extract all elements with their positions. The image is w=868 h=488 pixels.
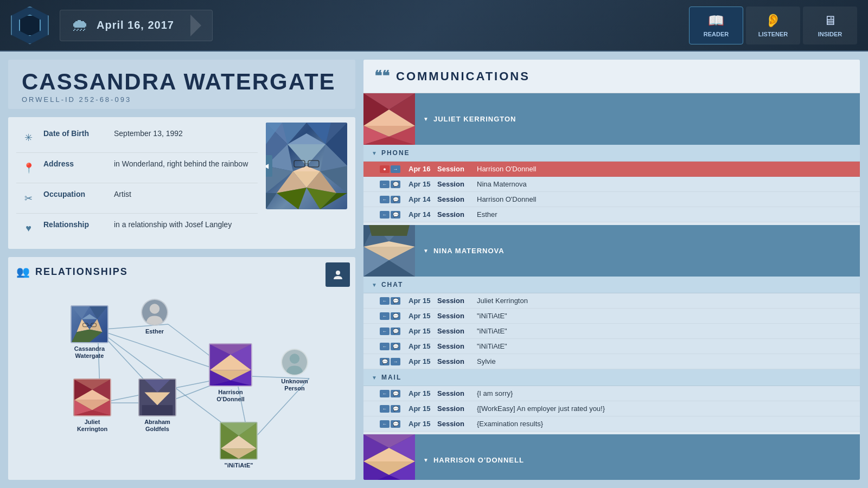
node-abraham[interactable]: AbrahamGoldfels [138,378,176,433]
nav-insider[interactable]: 🖥 Insider [803,7,857,44]
comm-session: Session [437,195,473,203]
comm-row[interactable]: ←💬 Apr 15 Session Juliet Kerrington [363,293,860,309]
msg-icon-chat: 💬 [391,390,400,397]
comm-person: "iNiTiAtE" [477,327,507,335]
svg-rect-59 [142,405,173,415]
msg-icon-red: ● [380,165,390,173]
svg-point-68 [290,354,299,363]
comm-person: Harrison O'Donnell [477,165,536,173]
listener-icon: 👂 [765,13,781,28]
person-section-juliet: ▼ JULIET KERRINGTON▼ PHONE ●→ Apr 16 Ses… [363,93,860,222]
comm-session: Session [437,342,473,350]
svg-marker-7 [288,144,326,166]
msg-icon-in: ← [380,390,390,397]
msg-icon-chat: 💬 [391,297,400,305]
nav-listener[interactable]: 👂 Listener [746,7,800,44]
person-name-bar-nina[interactable]: ▼ NINA MATERNOVA [415,225,860,277]
communications-scroll[interactable]: ▼ JULIET KERRINGTON▼ PHONE ●→ Apr 16 Ses… [363,93,860,480]
comm-person: Esther [477,210,497,219]
comm-person: Sylvie [477,357,496,365]
dob-icon: ✳ [19,128,38,147]
comm-date: Apr 15 [409,342,433,350]
main-content: CASSANDRA WATERGATE ORWELL-ID 252-68-093… [0,52,868,488]
app-logo[interactable] [11,7,49,44]
node-harrison-label: HarrisonO'Donnell [216,389,245,403]
node-cassandra-label: CassandraWatergate [74,345,105,359]
comm-person: "iNiTiAtE" [477,342,507,350]
node-cassandra[interactable]: CassandraWatergate [71,305,108,359]
sub-collapse-arrow: ▼ [372,150,377,156]
node-juliet[interactable]: JulietKerrington [73,378,111,433]
node-initiate-label: "iNiTiAtE" [224,462,253,469]
node-esther-label: Esther [145,328,164,335]
msg-icon-arrow: → [391,358,400,365]
nav-reader[interactable]: 📖 Reader [689,7,743,44]
expand-photo-btn[interactable]: ◀ [266,155,272,177]
svg-point-25 [336,271,340,275]
comm-session: Session [437,165,473,173]
comm-date: Apr 14 [409,195,433,203]
profile-name: CASSANDRA WATERGATE [22,70,342,93]
address-label: Address [43,158,108,168]
sub-header-nina-mail[interactable]: ▼ MAIL [363,369,860,386]
node-esther[interactable]: Esther [141,299,168,335]
comm-row[interactable]: ←💬 Apr 14 Session Esther [363,207,860,222]
person-name-btn-harrison[interactable]: ▼ HARRISON O'DONNELL [423,456,524,464]
collapse-arrow: ▼ [423,116,429,122]
left-panel: CASSANDRA WATERGATE ORWELL-ID 252-68-093… [8,60,355,480]
node-juliet-label: JulietKerrington [77,419,107,433]
person-thumb-nina [363,225,415,277]
comm-date: Apr 15 [409,297,433,305]
msg-icon-arrow: → [391,165,400,173]
comm-person: Nina Maternova [477,180,527,188]
insider-label: Insider [818,31,843,37]
comm-row[interactable]: ←💬 Apr 15 Session {Examination results} [363,416,860,432]
person-name-bar-juliet[interactable]: ▼ JULIET KERRINGTON [415,93,860,145]
comm-row[interactable]: ←💬 Apr 15 Session "iNiTiAtE" [363,339,860,354]
person-header-nina: ▼ NINA MATERNOVA [363,225,860,277]
msg-icons: ←💬 [380,328,404,335]
node-unknown[interactable]: UnknownPerson [281,349,308,392]
svg-marker-93 [369,225,410,236]
msg-icon-chat: 💬 [391,181,400,188]
person-name-juliet: JULIET KERRINGTON [433,115,516,123]
msg-icon-in: ← [380,328,390,335]
msg-icon-chat: 💬 [391,343,400,350]
comm-date: Apr 15 [409,180,433,188]
msg-icons: ←💬 [380,343,404,350]
comm-row[interactable]: ←💬 Apr 15 Session "iNiTiAtE" [363,324,860,339]
person-name-bar-harrison[interactable]: ▼ HARRISON O'DONNELL [415,434,860,480]
comm-session: Session [437,420,473,428]
comm-row[interactable]: ←💬 Apr 15 Session {[WorkEasy] An employe… [363,401,860,416]
comm-row[interactable]: 💬→ Apr 15 Session Sylvie [363,354,860,369]
quote-icon: ❝❝ [374,68,390,85]
comm-date: Apr 15 [409,389,433,397]
msg-icons: ←💬 [380,312,404,320]
msg-icons: ←💬 [380,405,404,413]
relationship-row: ♥ Relationship in a relationship with Jo… [16,214,258,243]
sub-header-nina-chat[interactable]: ▼ CHAT [363,277,860,293]
node-harrison[interactable]: HarrisonO'Donnell [209,343,252,403]
relationship-icon: ♥ [19,219,38,238]
relationships-card: 👥 RELATIONSHIPS [8,257,355,480]
node-abraham-label: AbrahamGoldfels [144,419,170,433]
comm-row[interactable]: ●→ Apr 16 Session Harrison O'Donnell [363,162,860,177]
node-initiate[interactable]: "iNiTiAtE" [220,422,258,469]
comm-person: {Examination results} [477,420,543,428]
comm-row[interactable]: ←💬 Apr 15 Session Nina Maternova [363,177,860,192]
occupation-row: ✂ Occupation Artist [16,183,258,214]
person-name-nina: NINA MATERNOVA [433,247,505,255]
person-name-btn-nina[interactable]: ▼ NINA MATERNOVA [423,247,505,255]
node-unknown-label: UnknownPerson [281,378,308,392]
comm-date: Apr 15 [409,327,433,335]
msg-icons: ←💬 [380,420,404,428]
person-name-btn-juliet[interactable]: ▼ JULIET KERRINGTON [423,115,516,123]
msg-icon-in: ← [380,297,390,305]
comm-row[interactable]: ←💬 Apr 15 Session {I am sorry} [363,386,860,401]
msg-icon-out: 💬 [380,358,390,365]
sub-header-juliet-phone[interactable]: ▼ PHONE [363,145,860,162]
msg-icon-chat: 💬 [391,312,400,320]
msg-icons: ←💬 [380,390,404,397]
comm-row[interactable]: ←💬 Apr 15 Session "iNiTiAtE" [363,309,860,324]
comm-row[interactable]: ←💬 Apr 14 Session Harrison O'Donnell [363,192,860,207]
